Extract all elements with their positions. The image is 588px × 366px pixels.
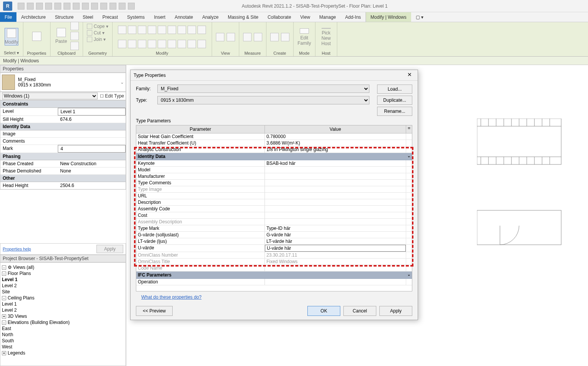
corner-icon[interactable]: [168, 40, 176, 48]
load-button[interactable]: Load...: [377, 85, 412, 94]
prop-value[interactable]: 4: [58, 145, 126, 153]
qa-open-icon[interactable]: [18, 3, 24, 10]
param-row[interactable]: Heat Transfer Coefficient (U)3.6886 W/(m…: [136, 140, 412, 146]
align-icon[interactable]: [118, 26, 126, 34]
tab-addins[interactable]: Add-Ins: [340, 12, 365, 22]
paste-button[interactable]: Paste: [54, 27, 68, 45]
prop-value[interactable]: [58, 138, 126, 145]
tab-structure[interactable]: Structure: [50, 12, 78, 22]
unlock-icon[interactable]: [198, 40, 206, 48]
prop-value[interactable]: 674.6: [58, 116, 126, 123]
param-row[interactable]: Analytic Construction1/8 in Pilkington s…: [136, 146, 412, 153]
rotate-icon[interactable]: [168, 26, 176, 34]
trim-icon[interactable]: [178, 26, 186, 34]
tab-file[interactable]: File: [0, 12, 16, 22]
param-value[interactable]: [265, 206, 406, 212]
type-select[interactable]: 0915 x 1830mm: [157, 96, 369, 104]
param-value[interactable]: BSAB-kod här: [265, 160, 406, 166]
preview-button[interactable]: << Preview: [136, 306, 173, 316]
prop-section-identity[interactable]: Identity Data: [0, 123, 126, 130]
delete-icon[interactable]: [148, 40, 156, 48]
prop-section-constraints[interactable]: Constraints: [0, 101, 126, 108]
param-row[interactable]: OmniClass Number23.30.20.17.11: [136, 252, 412, 259]
array-icon[interactable]: [198, 26, 206, 34]
tree-site[interactable]: Site: [2, 289, 10, 294]
qa-redo-icon[interactable]: [45, 3, 52, 10]
cut-geom-button[interactable]: Cut ▾: [87, 30, 105, 36]
pin-icon[interactable]: [128, 40, 136, 48]
category-select[interactable]: Windows (1): [2, 93, 98, 99]
param-value[interactable]: G-värde här: [265, 232, 406, 238]
param-row[interactable]: G-värde (solljuslast)G-värde här: [136, 232, 412, 238]
param-row[interactable]: Manufacturer: [136, 173, 412, 180]
unpin-icon[interactable]: [138, 40, 146, 48]
param-row[interactable]: Type Image: [136, 186, 412, 193]
modify-tool-button[interactable]: Modify: [5, 28, 18, 46]
param-row[interactable]: URL: [136, 193, 412, 199]
ok-button[interactable]: OK: [307, 306, 340, 316]
cut-icon[interactable]: [70, 22, 79, 30]
cope-button[interactable]: Cope ▾: [87, 24, 108, 29]
view-icon-2[interactable]: [227, 33, 235, 41]
qa-3d-icon[interactable]: [91, 3, 98, 10]
tab-extra-icon[interactable]: ▢ ▾: [411, 12, 428, 22]
type-selector[interactable]: M_Fixed 0915 x 1830mm ⌄: [0, 73, 126, 92]
prop-row[interactable]: Phase CreatedNew Construction: [0, 160, 126, 168]
tab-systems[interactable]: Systems: [122, 12, 149, 22]
prop-value[interactable]: None: [58, 168, 126, 174]
scale-icon[interactable]: [118, 40, 126, 48]
param-category-ifc[interactable]: IFC Parameters⌄: [136, 272, 412, 279]
prop-value[interactable]: Level 1: [58, 108, 126, 115]
edit-type-button[interactable]: ☐ Edit Type: [100, 93, 124, 99]
param-value[interactable]: [265, 199, 406, 205]
tab-annotate[interactable]: Annotate: [170, 12, 198, 22]
param-row[interactable]: Model: [136, 167, 412, 173]
join-button[interactable]: Join ▾: [87, 37, 106, 42]
view-icon-1[interactable]: [216, 33, 224, 41]
prop-row[interactable]: Head Height2504.6: [0, 182, 126, 189]
param-value[interactable]: 23.30.20.17.11: [265, 252, 406, 258]
copy-icon[interactable]: [70, 32, 79, 40]
properties-panel-button[interactable]: [30, 28, 44, 46]
expand-icon[interactable]: -: [2, 272, 6, 276]
param-value[interactable]: Type-ID här: [265, 225, 406, 231]
tab-insert[interactable]: Insert: [149, 12, 170, 22]
close-icon[interactable]: ✕: [405, 72, 415, 79]
cancel-button[interactable]: Cancel: [343, 306, 376, 316]
tree-elev-north[interactable]: North: [2, 332, 13, 337]
param-row[interactable]: Solar Heat Gain Coefficient0.780000: [136, 133, 412, 140]
tree-ceiling-plans[interactable]: Ceiling Plans: [8, 295, 34, 301]
pick-new-host-button[interactable]: Pick New Host: [319, 28, 333, 46]
param-row[interactable]: Type MarkType-ID här: [136, 225, 412, 232]
rename-button[interactable]: Rename...: [377, 107, 412, 116]
param-row[interactable]: Cost: [136, 212, 412, 219]
apply-button[interactable]: Apply: [379, 306, 412, 316]
qa-text-icon[interactable]: [82, 3, 89, 10]
expand-icon[interactable]: -: [2, 265, 6, 270]
expand-icon[interactable]: -: [2, 296, 6, 300]
tab-collaborate[interactable]: Collaborate: [263, 12, 296, 22]
prop-row[interactable]: Mark4: [0, 145, 126, 153]
qa-thinlines-icon[interactable]: [109, 3, 116, 10]
prop-value[interactable]: 2504.6: [58, 182, 126, 189]
type-parameters-grid[interactable]: Parameter Value = Solar Heat Gain Coeffi…: [136, 125, 412, 291]
chevron-down-icon[interactable]: ⌄: [120, 80, 124, 85]
param-value[interactable]: [265, 212, 406, 218]
prop-value[interactable]: [58, 130, 126, 137]
tab-view[interactable]: View: [296, 12, 315, 22]
family-select[interactable]: M_Fixed: [157, 85, 369, 93]
offset-icon[interactable]: [128, 26, 136, 34]
tab-massing[interactable]: Massing & Site: [223, 12, 263, 22]
splitgap-icon[interactable]: [178, 40, 186, 48]
param-row[interactable]: Type Comments: [136, 180, 412, 186]
tab-steel[interactable]: Steel: [78, 12, 98, 22]
param-value[interactable]: [265, 180, 406, 186]
tree-level1[interactable]: Level 1: [2, 277, 18, 282]
prop-value[interactable]: New Construction: [58, 160, 126, 167]
prop-row[interactable]: Comments: [0, 138, 126, 145]
param-value[interactable]: [265, 265, 406, 271]
group-icon[interactable]: [188, 40, 196, 48]
properties-apply-button[interactable]: Apply: [96, 245, 123, 253]
param-row[interactable]: OmniClass TitleFixed Windows: [136, 259, 412, 265]
qa-print-icon[interactable]: [54, 3, 61, 10]
